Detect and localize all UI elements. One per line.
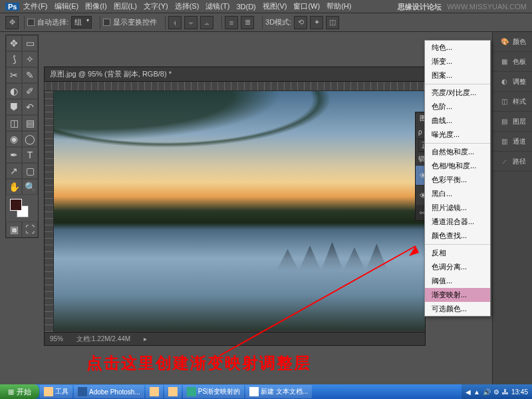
- menu-levels[interactable]: 色阶...: [425, 100, 490, 114]
- taskbar-button[interactable]: 新建 文本文档...: [245, 385, 312, 398]
- menu-gradient-map[interactable]: 渐变映射...: [425, 288, 490, 302]
- menu-3d[interactable]: 3D(D): [233, 1, 258, 12]
- tray-icon[interactable]: 🔊: [483, 388, 491, 396]
- zoom-level[interactable]: 95%: [50, 335, 63, 342]
- taskbar-button[interactable]: [146, 385, 163, 398]
- auto-select-dropdown[interactable]: 组: [71, 16, 92, 29]
- tools-panel: ✥ ▭ ⟆ ✧ ✂ ✎ ◐ ✐ ⛊ ↶ ◫ ▤ ◉ ◯ ✒ T ↗ ▢ ✋ 🔍 …: [5, 35, 39, 238]
- screenmode-tool[interactable]: ⛶: [22, 221, 38, 237]
- menu-edit[interactable]: 编辑(E): [52, 0, 82, 13]
- zoom-tool[interactable]: 🔍: [22, 179, 38, 195]
- status-bar: 95% 文档:1.22M/2.44M ▸: [45, 332, 425, 345]
- menu-file[interactable]: 文件(F): [21, 0, 50, 13]
- menu-channel-mixer[interactable]: 通道混合器...: [425, 215, 490, 229]
- 3d-icon[interactable]: ◫: [326, 16, 339, 29]
- menu-curves[interactable]: 曲线...: [425, 114, 490, 128]
- panel-adjustments[interactable]: ◐调整: [493, 72, 532, 92]
- panel-swatches[interactable]: ▦色板: [493, 52, 532, 72]
- heal-tool[interactable]: ◐: [6, 83, 22, 99]
- show-transform-checkbox[interactable]: [103, 19, 110, 26]
- taskbar-button[interactable]: PS渐变映射的: [183, 385, 244, 398]
- menu-gradient[interactable]: 渐变...: [425, 55, 490, 68]
- show-transform-label: 显示变换控件: [113, 17, 157, 27]
- start-button[interactable]: ⊞开始: [0, 384, 39, 399]
- clock[interactable]: 13:45: [511, 388, 528, 396]
- menu-view[interactable]: 视图(V): [260, 0, 290, 13]
- eyedropper-tool[interactable]: ✎: [22, 67, 38, 83]
- fg-color-swatch[interactable]: [10, 199, 22, 211]
- blur-tool[interactable]: ◉: [6, 131, 22, 147]
- system-tray[interactable]: ◀ ▲ 🔊 ⚙ 🖧 13:45: [462, 384, 532, 399]
- menu-selective-color[interactable]: 可选颜色...: [425, 302, 490, 316]
- menu-invert[interactable]: 反相: [425, 246, 490, 260]
- menu-threshold[interactable]: 阈值...: [425, 274, 490, 288]
- menu-pattern[interactable]: 图案...: [425, 68, 490, 82]
- distribute-icon[interactable]: ≡: [225, 16, 238, 29]
- ps-logo: Ps: [5, 3, 19, 11]
- info-arrow-icon[interactable]: ▸: [144, 335, 147, 342]
- lasso-tool[interactable]: ⟆: [6, 51, 22, 67]
- menu-window[interactable]: 窗口(W): [291, 0, 323, 13]
- dodge-tool[interactable]: ◯: [22, 131, 38, 147]
- align-icon[interactable]: ⫟: [184, 16, 198, 29]
- menu-brightness[interactable]: 亮度/对比度...: [425, 86, 490, 100]
- menu-exposure[interactable]: 曝光度...: [425, 128, 490, 142]
- menu-layer[interactable]: 图层(L): [111, 0, 140, 13]
- menu-select[interactable]: 选择(S): [172, 0, 202, 13]
- menu-solid-color[interactable]: 纯色...: [425, 41, 490, 55]
- taskbar-button[interactable]: Adobe Photosh...: [74, 385, 144, 398]
- align-icon[interactable]: ⫠: [200, 16, 213, 29]
- auto-select-checkbox[interactable]: [27, 19, 35, 26]
- menu-image[interactable]: 图像(I): [82, 0, 109, 13]
- quickmask-tool[interactable]: ▣: [6, 221, 22, 237]
- tray-icon[interactable]: ⚙: [493, 388, 499, 396]
- pen-tool[interactable]: ✒: [6, 147, 22, 163]
- panel-paths[interactable]: ⟋路径: [493, 152, 532, 172]
- move-tool-icon[interactable]: ✥: [5, 16, 19, 29]
- wand-tool[interactable]: ✧: [22, 51, 38, 67]
- 3d-orbit-icon[interactable]: ⟲: [294, 16, 307, 29]
- document-window: 原图.jpg @ 95% (背景 副本, RGB/8) * 95% 文档:1.2…: [44, 66, 426, 346]
- tray-icon[interactable]: ▲: [473, 388, 480, 396]
- move-tool[interactable]: ✥: [6, 35, 22, 51]
- color-swatches[interactable]: [6, 195, 38, 221]
- canvas[interactable]: [54, 91, 425, 332]
- menu-help[interactable]: 帮助(H): [324, 0, 354, 13]
- stamp-tool[interactable]: ⛊: [6, 99, 22, 115]
- shape-tool[interactable]: ▢: [22, 163, 38, 179]
- gradient-tool[interactable]: ▤: [22, 115, 38, 131]
- menu-vibrance[interactable]: 自然饱和度...: [425, 145, 490, 159]
- panel-color[interactable]: 🎨颜色: [493, 32, 532, 52]
- adjustment-layer-menu: 纯色... 渐变... 图案... 亮度/对比度... 色阶... 曲线... …: [424, 40, 491, 317]
- history-brush-tool[interactable]: ↶: [22, 99, 38, 115]
- menu-type[interactable]: 文字(Y): [141, 0, 171, 13]
- ruler-vertical: [45, 91, 54, 332]
- marquee-tool[interactable]: ▭: [22, 35, 38, 51]
- menu-bw[interactable]: 黑白...: [425, 187, 490, 201]
- menu-photo-filter[interactable]: 照片滤镜...: [425, 201, 490, 215]
- paths-icon: ⟋: [499, 156, 510, 167]
- menu-filter[interactable]: 滤镜(T): [203, 0, 232, 13]
- type-tool[interactable]: T: [22, 147, 38, 163]
- brush-tool[interactable]: ✐: [22, 83, 38, 99]
- menu-color-balance[interactable]: 色彩平衡...: [425, 173, 490, 187]
- menu-color-lookup[interactable]: 颜色查找...: [425, 229, 490, 243]
- align-icon[interactable]: ⫞: [168, 16, 182, 29]
- crop-tool[interactable]: ✂: [6, 67, 22, 83]
- panel-channels[interactable]: ▥通道: [493, 132, 532, 152]
- eraser-tool[interactable]: ◫: [6, 115, 22, 131]
- folder-icon: [44, 387, 53, 396]
- hand-tool[interactable]: ✋: [6, 179, 22, 195]
- document-tab[interactable]: 原图.jpg @ 95% (背景 副本, RGB/8) *: [45, 67, 425, 82]
- menu-posterize[interactable]: 色调分离...: [425, 260, 490, 274]
- panel-styles[interactable]: ◫样式: [493, 92, 532, 112]
- 3d-pan-icon[interactable]: ✦: [310, 16, 323, 29]
- path-tool[interactable]: ↗: [6, 163, 22, 179]
- menu-hue-sat[interactable]: 色相/饱和度...: [425, 159, 490, 173]
- taskbar-button[interactable]: 工具: [40, 385, 72, 398]
- tray-icon[interactable]: 🖧: [502, 388, 509, 396]
- distribute-icon[interactable]: ≣: [241, 16, 254, 29]
- panel-layers[interactable]: ▤图层: [493, 112, 532, 132]
- taskbar-button[interactable]: [164, 385, 182, 398]
- tray-icon[interactable]: ◀: [466, 388, 471, 396]
